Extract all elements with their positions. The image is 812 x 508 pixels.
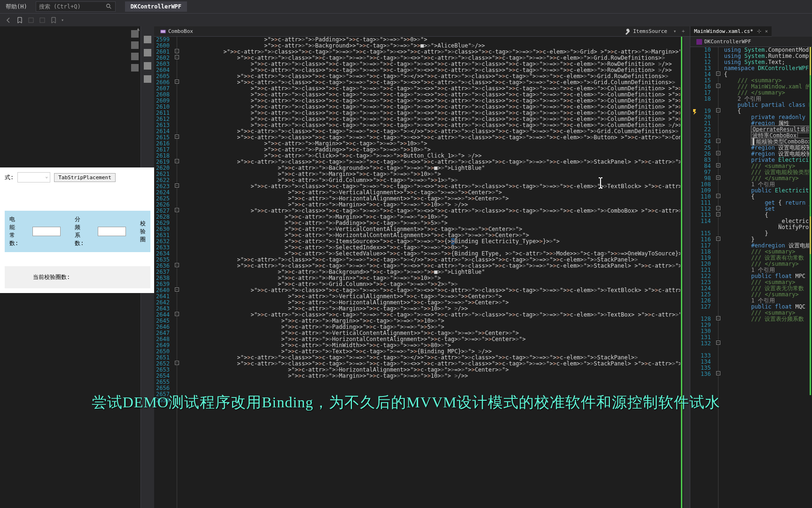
xaml-editor-pane: ComboBox ItemsSource ▾ + 259926002601260… xyxy=(154,26,690,508)
pin-icon[interactable]: ⊹ xyxy=(757,28,761,34)
code-content[interactable]: >">>c-attr>>">>Padding>>">>c-tag>>">>=>>… xyxy=(181,37,680,508)
wpf-design-surface[interactable]: 式: TabStripPlacement 电能常数: 分频系数: 校验圈 当前校… xyxy=(0,167,155,293)
search-placeholder: 搜索 (Ctrl+Q) xyxy=(39,3,106,11)
add-icon[interactable]: + xyxy=(679,28,687,34)
cs-code-content[interactable]: using System.ComponentModel;using System… xyxy=(722,47,809,508)
svg-rect-5 xyxy=(161,30,165,33)
svg-rect-3 xyxy=(40,18,45,23)
cs-line-numbers: 101112131415161718 192021222324252683849… xyxy=(699,47,715,508)
tool-icon-1[interactable] xyxy=(131,30,139,38)
label-current: 当前校验圈数: xyxy=(33,273,70,281)
search-input[interactable]: 搜索 (Ctrl+Q) xyxy=(36,1,116,12)
bookmark-next-icon[interactable] xyxy=(39,16,46,24)
scrollbar[interactable] xyxy=(683,37,690,508)
label-div: 分频系数: xyxy=(75,215,84,247)
label-style: 式: xyxy=(5,174,14,182)
cs-file-tab[interactable]: MainWindow.xaml.cs* ⊹ × xyxy=(690,26,772,37)
project-name: DKControllerWPF xyxy=(125,1,187,12)
cs-breadcrumb: DKControllerWPF xyxy=(690,37,812,47)
div-input[interactable] xyxy=(98,227,126,236)
lightbulb-icon[interactable] xyxy=(691,108,698,115)
tabstrip-button[interactable]: TabStripPlacement xyxy=(54,173,116,182)
snap-icon[interactable] xyxy=(144,75,151,83)
search-icon xyxy=(106,3,112,10)
bookmark-icon[interactable] xyxy=(16,16,23,24)
svg-line-1 xyxy=(109,7,111,9)
designer-pane: ▲ 式: TabStripPlacement 电能常数: 分频系数: 校验圈 xyxy=(0,26,141,508)
bookmark-clear-icon[interactable] xyxy=(50,16,57,24)
breadcrumb-itemssource[interactable]: ItemsSource xyxy=(622,28,670,35)
grid-icon[interactable] xyxy=(144,62,151,70)
arrow-icon[interactable] xyxy=(144,36,151,43)
xaml-code[interactable]: 2599260026012602260326042605260626072608… xyxy=(154,37,690,508)
top-menubar: 帮助(H) 搜索 (Ctrl+Q) DKControllerWPF xyxy=(0,0,812,13)
back-icon[interactable] xyxy=(5,16,12,24)
breadcrumb-project[interactable]: DKControllerWPF xyxy=(693,39,754,45)
style-combo[interactable] xyxy=(17,172,50,183)
svg-rect-6 xyxy=(696,39,702,45)
breadcrumb-combobox[interactable]: ComboBox xyxy=(157,28,196,35)
field-icon xyxy=(160,28,166,35)
toolbar: ▾ xyxy=(0,13,812,26)
label-const: 电能常数: xyxy=(9,215,18,247)
svg-point-0 xyxy=(106,4,109,8)
svg-rect-2 xyxy=(29,18,33,23)
wrench-icon xyxy=(625,28,631,35)
tool-icon-3[interactable] xyxy=(131,53,139,60)
cs-editor-pane: MainWindow.xaml.cs* ⊹ × DKControllerWPF … xyxy=(690,26,812,508)
csharp-icon xyxy=(696,39,703,45)
bookmark-prev-icon[interactable] xyxy=(27,16,35,24)
tool-icon-2[interactable] xyxy=(131,41,139,49)
split-icon[interactable]: ▾ xyxy=(670,28,679,34)
xaml-breadcrumb: ComboBox ItemsSource ▾ + xyxy=(154,26,690,37)
refresh-icon[interactable] xyxy=(144,49,151,56)
cs-code[interactable]: 101112131415161718 192021222324252683849… xyxy=(690,47,812,508)
tool-icon-4[interactable] xyxy=(131,64,139,71)
help-menu[interactable]: 帮助(H) xyxy=(2,3,31,11)
overflow-icon[interactable]: ▾ xyxy=(61,17,64,23)
close-icon[interactable]: × xyxy=(765,28,768,34)
label-check: 校验圈 xyxy=(140,220,146,244)
const-input[interactable] xyxy=(32,227,61,236)
line-numbers: 2599260026012602260326042605260626072608… xyxy=(154,37,173,508)
glyph-margin xyxy=(690,47,699,508)
